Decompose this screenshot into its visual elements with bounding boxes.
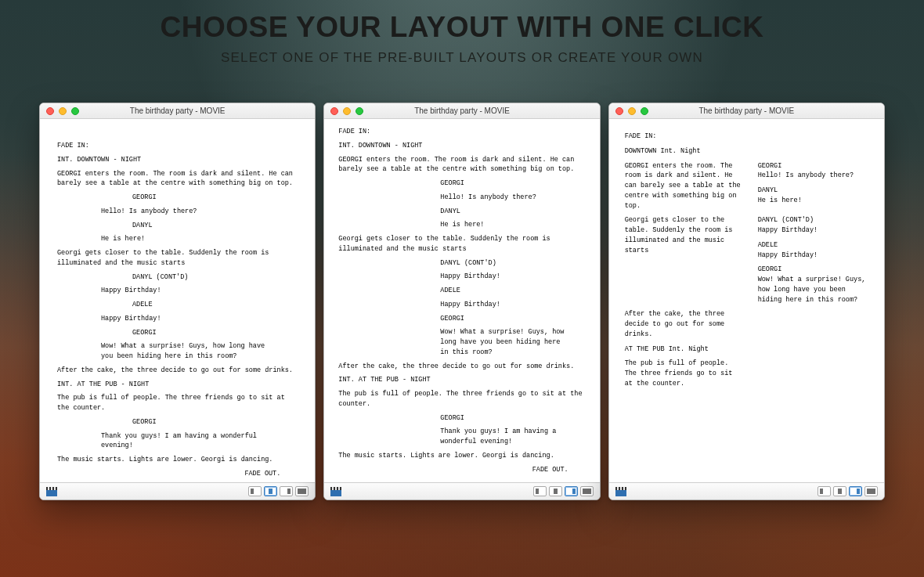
window-title: The birthday party - MOVIE — [324, 106, 599, 115]
character-name: GEORGI — [57, 417, 298, 427]
windows-row: The birthday party - MOVIE FADE IN: INT.… — [0, 103, 924, 500]
dialogue: Hello! Is anybody there? — [758, 171, 868, 181]
dialogue: Happy Birthday! — [57, 314, 298, 324]
close-icon[interactable] — [46, 107, 54, 115]
dialogue: Wow! What a surprise! Guys, how long hav… — [57, 341, 298, 362]
script-page: FADE IN: INT. DOWNTOWN - NIGHT GEORGI en… — [40, 119, 315, 482]
action-text: GEORGI enters the room. The room is dark… — [338, 155, 585, 175]
dialogue: Happy Birthday! — [338, 300, 585, 310]
dialogue: He is here! — [758, 196, 868, 206]
window-layout-a: The birthday party - MOVIE FADE IN: INT.… — [39, 103, 316, 500]
dialogue: Happy Birthday! — [338, 272, 585, 282]
dialogue: Wow! What a surprise! Guys, how long hav… — [338, 327, 585, 357]
scene-heading: INT. DOWNTOWN - NIGHT — [338, 141, 585, 151]
layout-option-2-button[interactable] — [264, 486, 277, 496]
svg-rect-2 — [287, 489, 291, 494]
dialogue: He is here! — [57, 234, 298, 244]
status-bar — [40, 482, 315, 499]
character-name: GEORGI — [338, 413, 585, 424]
character-name: DANYL (CONT'D) — [758, 215, 868, 225]
dialogue-block: DANYL (CONT'D) Happy Birthday! ADELE Hap… — [758, 215, 868, 305]
action-text: The pub is full of people. The three fri… — [625, 359, 742, 388]
scene-heading: DOWNTOWN Int. Night — [625, 146, 742, 157]
svg-rect-6 — [572, 489, 576, 494]
character-name: GEORGI — [338, 314, 585, 324]
layout-option-4-button[interactable] — [864, 486, 878, 496]
character-name: ADELE — [758, 240, 868, 251]
titlebar[interactable]: The birthday party - MOVIE — [609, 103, 884, 119]
fade-in: FADE IN: — [625, 132, 742, 142]
close-icon[interactable] — [615, 107, 623, 115]
clapperboard-icon[interactable] — [615, 487, 626, 496]
layout-option-3-button[interactable] — [280, 486, 293, 496]
layout-option-3-button[interactable] — [849, 486, 862, 496]
svg-rect-9 — [838, 489, 842, 494]
action-text: The music starts. Lights are lower. Geor… — [338, 451, 585, 461]
fade-out: FADE OUT. — [338, 465, 585, 475]
action-text: The music starts. Lights are lower. Geor… — [57, 455, 298, 465]
clapperboard-icon[interactable] — [330, 487, 341, 496]
svg-rect-1 — [269, 489, 273, 494]
window-title: The birthday party - MOVIE — [609, 106, 884, 115]
character-name: GEORGI — [57, 328, 298, 338]
character-name: DANYL (CONT'D) — [57, 272, 298, 283]
layout-option-1-button[interactable] — [533, 486, 547, 496]
dialogue: Happy Birthday! — [57, 286, 298, 296]
action-text: The pub is full of people. The three fri… — [57, 393, 298, 413]
zoom-icon[interactable] — [71, 107, 79, 115]
layout-option-3-button[interactable] — [565, 486, 578, 496]
character-name: DANYL — [338, 207, 585, 217]
character-name: DANYL — [57, 221, 298, 231]
zoom-icon[interactable] — [641, 107, 648, 115]
traffic-lights — [330, 107, 363, 115]
titlebar[interactable]: The birthday party - MOVIE — [40, 103, 315, 119]
dialogue: Hello! Is anybody there? — [57, 207, 298, 217]
dialogue-block: GEORGI Hello! Is anybody there? DANYL He… — [758, 161, 868, 211]
action-text: GEORGI enters the room. The room is dark… — [57, 169, 298, 189]
scene-heading: INT. AT THE PUB - NIGHT — [338, 375, 585, 385]
character-name: GEORGI — [57, 193, 298, 203]
traffic-lights — [615, 107, 648, 115]
character-name: ADELE — [338, 286, 585, 296]
layout-option-4-button[interactable] — [580, 486, 594, 496]
scene-heading: INT. DOWNTOWN - NIGHT — [57, 155, 298, 165]
titlebar[interactable]: The birthday party - MOVIE — [324, 103, 599, 119]
hero-subtitle: SELECT ONE OF THE PRE-BUILT LAYOUTS OR C… — [0, 50, 924, 66]
dialogue: Happy Birthday! — [758, 225, 868, 236]
character-name: GEORGI — [338, 179, 585, 189]
fade-in: FADE IN: — [338, 127, 585, 137]
minimize-icon[interactable] — [628, 107, 636, 115]
layout-option-1-button[interactable] — [248, 486, 262, 496]
action-text: After the cake, the three decide to go o… — [625, 309, 742, 339]
layout-option-1-button[interactable] — [818, 486, 831, 496]
action-text: GEORGI enters the room. The room is dark… — [625, 161, 742, 211]
script-page: FADE IN: DOWNTOWN Int. Night GEORGI ente… — [609, 119, 884, 402]
layout-toggles — [533, 486, 594, 496]
svg-rect-10 — [857, 489, 860, 494]
fade-in: FADE IN: — [57, 141, 298, 151]
character-name: DANYL — [758, 186, 868, 196]
action-text: Georgi gets closer to the table. Suddenl… — [57, 248, 298, 269]
layout-option-2-button[interactable] — [549, 486, 562, 496]
minimize-icon[interactable] — [59, 107, 67, 115]
svg-rect-7 — [583, 489, 591, 494]
dialogue: He is here! — [338, 220, 585, 230]
traffic-lights — [46, 107, 79, 115]
fade-out: FADE OUT. — [57, 469, 298, 479]
dialogue: Thank you guys! I am having a wonderful … — [338, 427, 585, 447]
svg-rect-3 — [298, 489, 306, 494]
close-icon[interactable] — [330, 107, 338, 115]
minimize-icon[interactable] — [343, 107, 351, 115]
clapperboard-icon[interactable] — [46, 487, 57, 496]
window-layout-c: The birthday party - MOVIE FADE IN: DOWN… — [608, 103, 885, 500]
layout-option-2-button[interactable] — [833, 486, 846, 496]
scene-heading: INT. AT THE PUB - NIGHT — [57, 380, 298, 390]
scene-heading: AT THE PUB Int. Night — [625, 344, 742, 355]
layout-option-4-button[interactable] — [295, 486, 309, 496]
window-title: The birthday party - MOVIE — [40, 106, 315, 115]
zoom-icon[interactable] — [356, 107, 363, 115]
hero-title: CHOOSE YOUR LAYOUT WITH ONE CLICK — [0, 11, 924, 44]
character-name: GEORGI — [758, 161, 868, 171]
layout-toggles — [818, 486, 878, 496]
dialogue: Happy Birthday! — [758, 251, 868, 261]
